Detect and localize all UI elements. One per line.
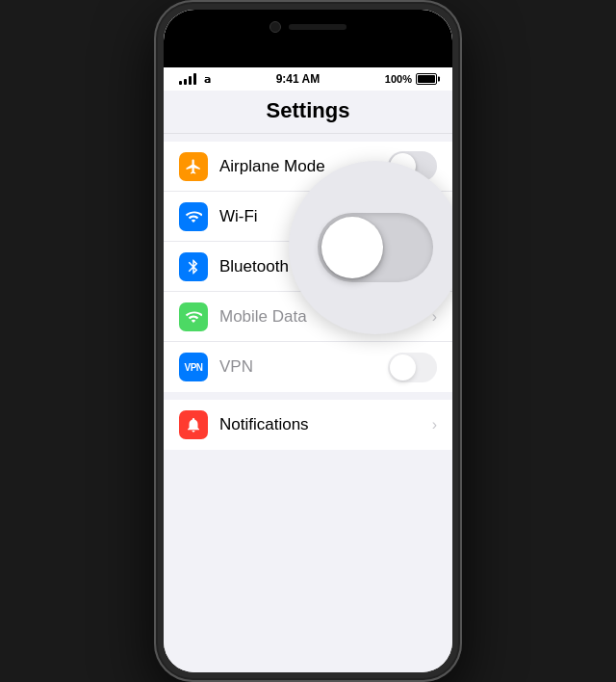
zoom-toggle[interactable] <box>318 213 433 282</box>
bluetooth-icon <box>179 252 208 281</box>
mobile-data-icon <box>179 302 208 331</box>
wifi-status-icon: 𝗮 <box>204 73 211 86</box>
zoom-toggle-knob <box>321 217 383 278</box>
speaker-icon <box>289 24 346 30</box>
status-bar: 𝗮 9:41 AM 100% <box>164 67 452 91</box>
vpn-badge-text: VPN <box>184 362 202 373</box>
screen-inner: 𝗮 9:41 AM 100% Settings <box>164 67 452 672</box>
page-title: Settings <box>179 98 437 123</box>
wifi-svg <box>185 208 202 225</box>
vpn-label: VPN <box>219 357 388 377</box>
bell-svg <box>185 416 202 433</box>
signal-svg <box>185 308 202 326</box>
screen: 𝗮 9:41 AM 100% Settings <box>164 10 452 672</box>
wifi-row-icon <box>179 202 208 231</box>
page-header: Settings <box>164 91 452 134</box>
vpn-icon: VPN <box>179 353 208 381</box>
signal-bar-3 <box>189 76 192 85</box>
notifications-label: Notifications <box>219 415 432 434</box>
signal-bar-1 <box>179 81 182 85</box>
status-left: 𝗮 <box>179 73 211 86</box>
signal-bar-4 <box>193 73 196 85</box>
settings-row-notifications[interactable]: Notifications › <box>164 400 452 450</box>
vpn-toggle-knob <box>390 354 416 380</box>
status-time: 9:41 AM <box>276 72 321 86</box>
bluetooth-svg <box>185 258 202 275</box>
section-divider <box>164 392 452 400</box>
vpn-toggle[interactable] <box>388 353 437 382</box>
battery-percent: 100% <box>385 73 412 85</box>
signal-bars-icon <box>179 73 196 85</box>
zoom-toggle-overlay <box>289 161 452 334</box>
phone-shell: 𝗮 9:41 AM 100% Settings <box>154 0 462 682</box>
notifications-icon <box>179 410 208 439</box>
battery-body <box>416 73 437 85</box>
battery-fill <box>418 75 435 83</box>
content-area: Airplane Mode Wi-Fi <box>164 134 452 672</box>
settings-group-main: Airplane Mode Wi-Fi <box>164 142 452 392</box>
battery-icon <box>416 73 437 85</box>
settings-row-vpn[interactable]: VPN VPN <box>164 342 452 392</box>
status-right: 100% <box>385 73 437 85</box>
settings-group-notifications: Notifications › <box>164 400 452 450</box>
camera-icon <box>270 21 281 33</box>
airplane-svg <box>185 158 202 175</box>
signal-bar-2 <box>184 79 187 85</box>
airplane-icon <box>179 152 208 181</box>
notifications-chevron-icon: › <box>432 416 437 433</box>
notifications-right: › <box>432 416 437 433</box>
camera-notch <box>270 21 346 33</box>
top-bar <box>164 10 452 67</box>
